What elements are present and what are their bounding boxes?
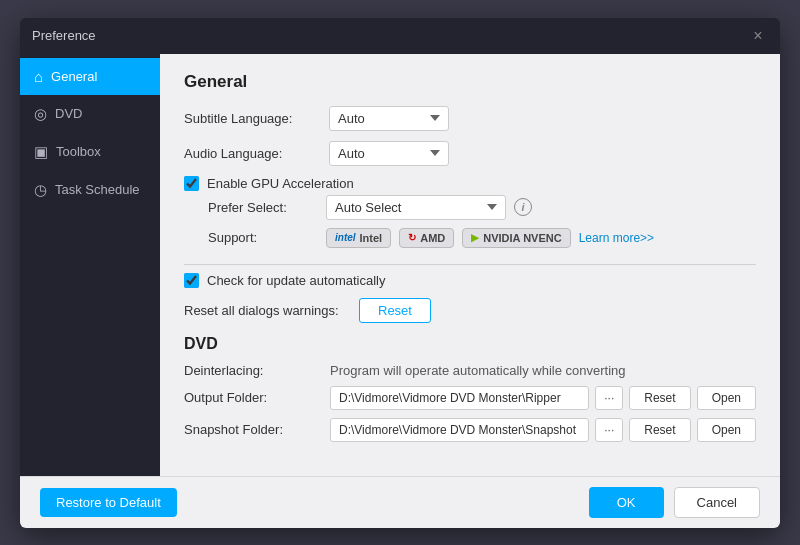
amd-label: AMD	[420, 232, 445, 244]
output-folder-open-button[interactable]: Open	[697, 386, 756, 410]
snapshot-folder-label: Snapshot Folder:	[184, 422, 324, 437]
check-update-checkbox[interactable]	[184, 273, 199, 288]
gpu-acceleration-label: Enable GPU Acceleration	[207, 176, 354, 191]
close-button[interactable]: ×	[748, 26, 768, 46]
dialog-title: Preference	[32, 28, 96, 43]
support-label: Support:	[208, 230, 318, 245]
check-update-label: Check for update automatically	[207, 273, 385, 288]
clock-icon: ◷	[34, 181, 47, 199]
sidebar-general-label: General	[51, 69, 97, 84]
cancel-button[interactable]: Cancel	[674, 487, 760, 518]
deinterlacing-label: Deinterlacing:	[184, 363, 324, 378]
content-wrapper: General Subtitle Language: Auto English …	[160, 54, 780, 476]
general-section-title: General	[184, 72, 756, 92]
amd-logo: ↻	[408, 232, 416, 243]
intel-logo: intel	[335, 232, 356, 243]
audio-language-select[interactable]: Auto English Chinese	[329, 141, 449, 166]
audio-language-row: Audio Language: Auto English Chinese	[184, 141, 756, 166]
sidebar-item-toolbox[interactable]: ▣ Toolbox	[20, 133, 160, 171]
sidebar-toolbox-label: Toolbox	[56, 144, 101, 159]
sidebar-item-task-schedule[interactable]: ◷ Task Schedule	[20, 171, 160, 209]
nvidia-chip: ▶ NVIDIA NVENC	[462, 228, 570, 248]
gpu-acceleration-checkbox[interactable]	[184, 176, 199, 191]
footer: Restore to Default OK Cancel	[20, 476, 780, 528]
sidebar-task-label: Task Schedule	[55, 182, 140, 197]
subtitle-language-label: Subtitle Language:	[184, 111, 329, 126]
deinterlacing-value: Program will operate automatically while…	[330, 363, 626, 378]
output-folder-row: Output Folder: D:\Vidmore\Vidmore DVD Mo…	[184, 386, 756, 410]
snapshot-folder-dots-button[interactable]: ···	[595, 418, 623, 442]
intel-label: Intel	[360, 232, 383, 244]
dvd-section-title: DVD	[184, 335, 756, 353]
title-bar: Preference ×	[20, 18, 780, 54]
prefer-select-select[interactable]: Auto Select Intel AMD NVIDIA NVENC	[326, 195, 506, 220]
nvidia-logo: ▶	[471, 232, 479, 243]
prefer-select-label: Prefer Select:	[208, 200, 318, 215]
home-icon: ⌂	[34, 68, 43, 85]
snapshot-folder-open-button[interactable]: Open	[697, 418, 756, 442]
subtitle-language-row: Subtitle Language: Auto English Chinese	[184, 106, 756, 131]
support-row: Support: intel Intel ↻ AMD ▶ NVIDIA NVEN…	[208, 228, 756, 248]
subtitle-language-select[interactable]: Auto English Chinese	[329, 106, 449, 131]
prefer-select-row: Prefer Select: Auto Select Intel AMD NVI…	[208, 195, 756, 220]
output-folder-dots-button[interactable]: ···	[595, 386, 623, 410]
output-folder-path: D:\Vidmore\Vidmore DVD Monster\Ripper	[330, 386, 589, 410]
sidebar-dvd-label: DVD	[55, 106, 82, 121]
toolbox-icon: ▣	[34, 143, 48, 161]
ok-button[interactable]: OK	[589, 487, 664, 518]
deinterlacing-row: Deinterlacing: Program will operate auto…	[184, 363, 756, 378]
amd-chip: ↻ AMD	[399, 228, 454, 248]
reset-dialogs-row: Reset all dialogs warnings: Reset	[184, 298, 756, 323]
snapshot-folder-path: D:\Vidmore\Vidmore DVD Monster\Snapshot	[330, 418, 589, 442]
nvidia-label: NVIDIA NVENC	[483, 232, 561, 244]
sidebar: ⌂ General ◎ DVD ▣ Toolbox ◷ Task Schedul…	[20, 54, 160, 476]
audio-language-label: Audio Language:	[184, 146, 329, 161]
reset-dialogs-button[interactable]: Reset	[359, 298, 431, 323]
prefer-select-section: Prefer Select: Auto Select Intel AMD NVI…	[208, 195, 756, 248]
sidebar-item-dvd[interactable]: ◎ DVD	[20, 95, 160, 133]
preference-dialog: Preference × ⌂ General ◎ DVD ▣ Toolbox ◷…	[20, 18, 780, 528]
sidebar-item-general[interactable]: ⌂ General	[20, 58, 160, 95]
output-folder-reset-button[interactable]: Reset	[629, 386, 690, 410]
snapshot-folder-row: Snapshot Folder: D:\Vidmore\Vidmore DVD …	[184, 418, 756, 442]
info-icon[interactable]: i	[514, 198, 532, 216]
snapshot-folder-reset-button[interactable]: Reset	[629, 418, 690, 442]
learn-more-link[interactable]: Learn more>>	[579, 231, 654, 245]
check-update-row: Check for update automatically	[184, 273, 756, 288]
gpu-acceleration-row: Enable GPU Acceleration	[184, 176, 756, 191]
dvd-icon: ◎	[34, 105, 47, 123]
footer-right: OK Cancel	[589, 487, 760, 518]
reset-dialogs-label: Reset all dialogs warnings:	[184, 303, 359, 318]
restore-default-button[interactable]: Restore to Default	[40, 488, 177, 517]
dialog-body: ⌂ General ◎ DVD ▣ Toolbox ◷ Task Schedul…	[20, 54, 780, 476]
intel-chip: intel Intel	[326, 228, 391, 248]
content-area: General Subtitle Language: Auto English …	[160, 54, 780, 476]
divider-1	[184, 264, 756, 265]
output-folder-label: Output Folder:	[184, 390, 324, 405]
